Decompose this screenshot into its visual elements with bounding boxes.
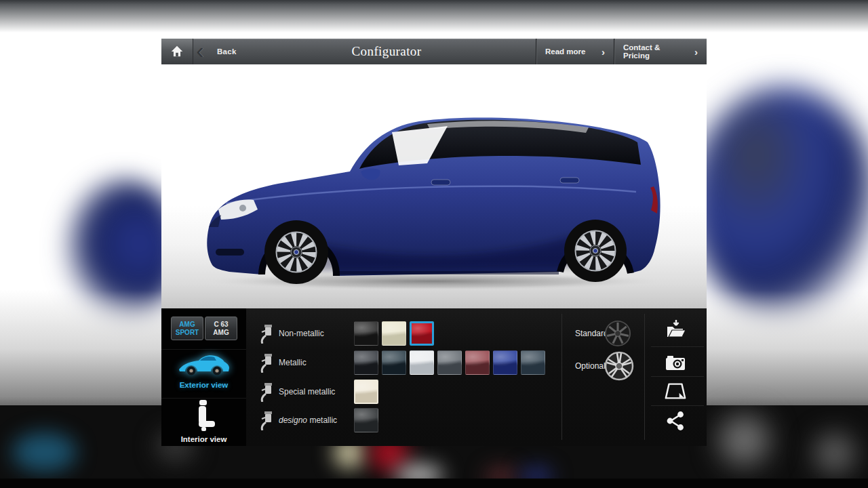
paint-swatch[interactable]: [382, 321, 406, 346]
swatch-group: [354, 380, 378, 404]
paint-category-label: designo metallic: [279, 415, 351, 425]
divider: [651, 376, 704, 377]
back-chevron-separator: ‹: [193, 39, 208, 64]
paint-swatch[interactable]: [465, 350, 490, 375]
paint-swatch[interactable]: [521, 350, 545, 375]
print-view-button[interactable]: [662, 378, 689, 405]
configurator-window: ‹ Back Configurator Read more › Contact …: [161, 39, 707, 446]
paint-category-label: Metallic: [279, 358, 351, 367]
snapshot-button[interactable]: [662, 349, 689, 376]
spray-gun-icon: [260, 352, 275, 373]
standard-wheel-option[interactable]: Standard: [561, 319, 644, 348]
paint-swatch[interactable]: [354, 321, 378, 346]
read-more-button[interactable]: Read more ›: [536, 39, 614, 64]
car-viewport: [161, 64, 707, 308]
c63-line1: C 63: [214, 321, 228, 329]
actions-column: [644, 308, 707, 446]
paint-row-non-metallic: Non-metallic: [246, 321, 561, 346]
chevron-right-icon: ›: [694, 46, 698, 58]
paint-category-label: Special metallic: [279, 387, 351, 396]
share-icon: [666, 411, 685, 431]
backdrop-bottom-bar: [0, 479, 868, 488]
perspective-sheet-icon: [664, 381, 687, 401]
interior-view-button[interactable]: Interior view: [161, 398, 246, 445]
divider: [651, 405, 704, 406]
paint-swatch[interactable]: [410, 350, 434, 375]
amg-sport-line1: AMG: [179, 321, 195, 329]
interior-seat-icon: [193, 400, 216, 431]
paint-swatch[interactable]: [354, 380, 378, 404]
optional-wheel-icon: [604, 350, 635, 382]
exterior-view-label: Exterior view: [161, 381, 246, 389]
share-button[interactable]: [662, 407, 689, 434]
optional-wheel-label: Optional: [561, 361, 604, 371]
amg-sport-button[interactable]: AMG SPORT: [171, 317, 203, 340]
camera-icon: [665, 352, 686, 373]
exterior-car-icon: [178, 352, 231, 377]
swatch-group: [354, 321, 434, 346]
spray-gun-icon: [260, 410, 275, 430]
backdrop-blur-wheel-2: [814, 432, 856, 474]
paint-category-label: Non-metallic: [279, 329, 351, 338]
home-icon: [170, 44, 184, 59]
optional-wheel-option[interactable]: Optional: [561, 350, 644, 382]
car-image: [161, 64, 707, 308]
amg-sport-line2: SPORT: [176, 329, 199, 337]
spray-gun-icon: [260, 323, 275, 344]
paint-swatch[interactable]: [382, 350, 406, 375]
divider: [651, 346, 704, 347]
backdrop-blur-wheel-1: [719, 415, 770, 466]
interior-view-label: Interior view: [161, 435, 246, 443]
paint-row-special-metallic: Special metallic: [246, 379, 561, 405]
spray-gun-icon: [260, 382, 275, 402]
model-buttons: AMG SPORT C 63 AMG: [171, 317, 237, 340]
wheels-section: Standard Optional: [561, 308, 644, 446]
paint-swatch[interactable]: [354, 408, 378, 432]
paint-swatch[interactable]: [493, 350, 517, 375]
c63-line2: AMG: [213, 329, 229, 337]
backdrop-blur-cyan: [12, 432, 77, 472]
paint-row-designo-metallic: designo metallic: [246, 407, 561, 433]
backdrop-blurred-car-right: [690, 87, 868, 317]
front-wheel: [264, 220, 328, 284]
standard-wheel-icon: [604, 319, 632, 348]
rear-wheel: [564, 220, 627, 282]
swatch-group: [354, 408, 378, 432]
view-nav: AMG SPORT C 63 AMG Exterior view: [161, 308, 246, 446]
load-save-configuration-button[interactable]: [662, 317, 689, 344]
options-panel: AMG SPORT C 63 AMG Exterior view: [161, 308, 707, 446]
page-title: Configurator: [352, 39, 422, 64]
swatch-group: [354, 350, 545, 375]
exterior-view-button[interactable]: Exterior view: [161, 349, 246, 397]
home-button[interactable]: [161, 39, 193, 64]
paint-section: Non-metallic Metallic: [246, 308, 561, 446]
read-more-label: Read more: [545, 47, 585, 56]
chevron-right-icon: ›: [601, 46, 605, 58]
paint-swatch[interactable]: [354, 350, 378, 375]
paint-swatch[interactable]: [437, 350, 462, 375]
c63-amg-button[interactable]: C 63 AMG: [205, 317, 237, 340]
backdrop-top-strip: [0, 0, 868, 41]
contact-pricing-label: Contact & Pricing: [623, 43, 688, 60]
paint-swatch[interactable]: [410, 321, 434, 346]
back-button[interactable]: Back: [208, 39, 246, 64]
open-folder-icon: [665, 319, 686, 341]
standard-wheel-label: Standard: [561, 329, 604, 338]
contact-pricing-button[interactable]: Contact & Pricing ›: [614, 39, 707, 64]
paint-row-metallic: Metallic: [246, 350, 561, 375]
header-bar: ‹ Back Configurator Read more › Contact …: [161, 39, 707, 65]
